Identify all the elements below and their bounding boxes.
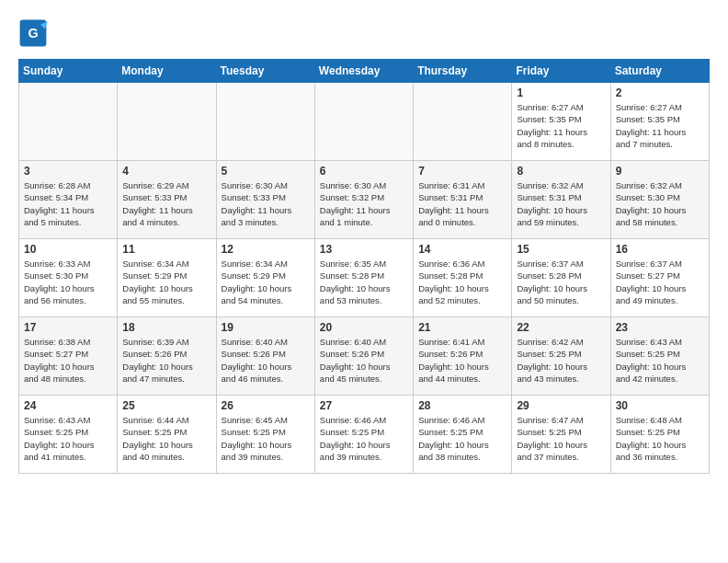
- day-info: Sunrise: 6:36 AM Sunset: 5:28 PM Dayligh…: [418, 258, 506, 306]
- weekday-header-thursday: Thursday: [414, 60, 512, 83]
- day-number: 23: [616, 321, 704, 334]
- weekday-header-sunday: Sunday: [19, 60, 118, 83]
- day-info: Sunrise: 6:39 AM Sunset: 5:26 PM Dayligh…: [122, 336, 210, 385]
- day-cell: 4Sunrise: 6:29 AM Sunset: 5:33 PM Daylig…: [118, 161, 216, 239]
- day-number: 6: [320, 165, 408, 178]
- day-number: 26: [222, 399, 310, 412]
- svg-text:G: G: [28, 26, 38, 40]
- day-info: Sunrise: 6:31 AM Sunset: 5:31 PM Dayligh…: [418, 179, 506, 228]
- day-number: 28: [418, 399, 506, 412]
- day-cell: 24Sunrise: 6:43 AM Sunset: 5:25 PM Dayli…: [19, 396, 118, 474]
- day-number: 30: [616, 399, 704, 412]
- day-info: Sunrise: 6:34 AM Sunset: 5:29 PM Dayligh…: [222, 258, 310, 306]
- day-number: 20: [320, 321, 408, 334]
- day-cell: 16Sunrise: 6:37 AM Sunset: 5:27 PM Dayli…: [610, 239, 709, 317]
- day-cell: 30Sunrise: 6:48 AM Sunset: 5:25 PM Dayli…: [610, 396, 709, 474]
- day-number: 11: [122, 243, 210, 256]
- day-cell: 15Sunrise: 6:37 AM Sunset: 5:28 PM Dayli…: [512, 239, 610, 317]
- day-cell: 11Sunrise: 6:34 AM Sunset: 5:29 PM Dayli…: [118, 239, 216, 317]
- day-info: Sunrise: 6:27 AM Sunset: 5:35 PM Dayligh…: [517, 101, 605, 150]
- day-cell: 9Sunrise: 6:32 AM Sunset: 5:30 PM Daylig…: [610, 161, 709, 239]
- day-cell: 27Sunrise: 6:46 AM Sunset: 5:25 PM Dayli…: [314, 396, 413, 474]
- day-info: Sunrise: 6:30 AM Sunset: 5:32 PM Dayligh…: [320, 179, 408, 228]
- day-number: 25: [122, 399, 210, 412]
- day-number: 8: [517, 165, 605, 178]
- day-number: 21: [418, 321, 506, 334]
- day-cell: [216, 83, 314, 161]
- logo: G: [18, 18, 51, 48]
- week-row-2: 3Sunrise: 6:28 AM Sunset: 5:34 PM Daylig…: [19, 161, 710, 239]
- day-cell: 29Sunrise: 6:47 AM Sunset: 5:25 PM Dayli…: [512, 396, 610, 474]
- day-info: Sunrise: 6:41 AM Sunset: 5:26 PM Dayligh…: [418, 336, 506, 385]
- day-info: Sunrise: 6:37 AM Sunset: 5:27 PM Dayligh…: [616, 258, 704, 306]
- day-number: 14: [418, 243, 506, 256]
- day-cell: 3Sunrise: 6:28 AM Sunset: 5:34 PM Daylig…: [19, 161, 118, 239]
- day-number: 4: [122, 165, 210, 178]
- week-row-5: 24Sunrise: 6:43 AM Sunset: 5:25 PM Dayli…: [19, 396, 710, 474]
- day-info: Sunrise: 6:43 AM Sunset: 5:25 PM Dayligh…: [24, 414, 112, 463]
- day-cell: 13Sunrise: 6:35 AM Sunset: 5:28 PM Dayli…: [314, 239, 413, 317]
- day-info: Sunrise: 6:46 AM Sunset: 5:25 PM Dayligh…: [320, 414, 408, 463]
- day-cell: 2Sunrise: 6:27 AM Sunset: 5:35 PM Daylig…: [610, 83, 709, 161]
- day-number: 19: [222, 321, 310, 334]
- week-row-3: 10Sunrise: 6:33 AM Sunset: 5:30 PM Dayli…: [19, 239, 710, 317]
- weekday-header-friday: Friday: [512, 60, 610, 83]
- header: G: [18, 18, 710, 48]
- day-info: Sunrise: 6:40 AM Sunset: 5:26 PM Dayligh…: [222, 336, 310, 385]
- day-cell: 10Sunrise: 6:33 AM Sunset: 5:30 PM Dayli…: [19, 239, 118, 317]
- day-cell: [314, 83, 413, 161]
- day-cell: 6Sunrise: 6:30 AM Sunset: 5:32 PM Daylig…: [314, 161, 413, 239]
- day-info: Sunrise: 6:37 AM Sunset: 5:28 PM Dayligh…: [517, 258, 605, 306]
- day-cell: 12Sunrise: 6:34 AM Sunset: 5:29 PM Dayli…: [216, 239, 314, 317]
- day-cell: [118, 83, 216, 161]
- day-cell: 21Sunrise: 6:41 AM Sunset: 5:26 PM Dayli…: [414, 317, 512, 396]
- logo-icon: G: [18, 18, 48, 48]
- weekday-header-monday: Monday: [118, 60, 216, 83]
- day-number: 5: [222, 165, 310, 178]
- day-info: Sunrise: 6:32 AM Sunset: 5:31 PM Dayligh…: [517, 179, 605, 228]
- day-number: 3: [24, 165, 112, 178]
- day-cell: [19, 83, 118, 161]
- day-cell: 19Sunrise: 6:40 AM Sunset: 5:26 PM Dayli…: [216, 317, 314, 396]
- day-cell: 20Sunrise: 6:40 AM Sunset: 5:26 PM Dayli…: [314, 317, 413, 396]
- day-number: 27: [320, 399, 408, 412]
- day-info: Sunrise: 6:34 AM Sunset: 5:29 PM Dayligh…: [122, 258, 210, 306]
- day-number: 29: [517, 399, 605, 412]
- day-info: Sunrise: 6:42 AM Sunset: 5:25 PM Dayligh…: [517, 336, 605, 385]
- day-info: Sunrise: 6:32 AM Sunset: 5:30 PM Dayligh…: [616, 179, 704, 228]
- day-number: 7: [418, 165, 506, 178]
- day-number: 18: [122, 321, 210, 334]
- calendar-table: SundayMondayTuesdayWednesdayThursdayFrid…: [18, 59, 710, 474]
- day-cell: 23Sunrise: 6:43 AM Sunset: 5:25 PM Dayli…: [610, 317, 709, 396]
- day-cell: 17Sunrise: 6:38 AM Sunset: 5:27 PM Dayli…: [19, 317, 118, 396]
- weekday-header-row: SundayMondayTuesdayWednesdayThursdayFrid…: [19, 60, 710, 83]
- day-number: 12: [222, 243, 310, 256]
- day-cell: 22Sunrise: 6:42 AM Sunset: 5:25 PM Dayli…: [512, 317, 610, 396]
- weekday-header-saturday: Saturday: [610, 60, 709, 83]
- day-info: Sunrise: 6:33 AM Sunset: 5:30 PM Dayligh…: [24, 258, 112, 306]
- day-cell: 28Sunrise: 6:46 AM Sunset: 5:25 PM Dayli…: [414, 396, 512, 474]
- day-info: Sunrise: 6:44 AM Sunset: 5:25 PM Dayligh…: [122, 414, 210, 463]
- day-number: 17: [24, 321, 112, 334]
- day-cell: 1Sunrise: 6:27 AM Sunset: 5:35 PM Daylig…: [512, 83, 610, 161]
- day-info: Sunrise: 6:47 AM Sunset: 5:25 PM Dayligh…: [517, 414, 605, 463]
- day-cell: [414, 83, 512, 161]
- week-row-4: 17Sunrise: 6:38 AM Sunset: 5:27 PM Dayli…: [19, 317, 710, 396]
- day-number: 1: [517, 86, 605, 99]
- weekday-header-wednesday: Wednesday: [314, 60, 413, 83]
- day-cell: 7Sunrise: 6:31 AM Sunset: 5:31 PM Daylig…: [414, 161, 512, 239]
- day-cell: 26Sunrise: 6:45 AM Sunset: 5:25 PM Dayli…: [216, 396, 314, 474]
- day-cell: 5Sunrise: 6:30 AM Sunset: 5:33 PM Daylig…: [216, 161, 314, 239]
- day-info: Sunrise: 6:48 AM Sunset: 5:25 PM Dayligh…: [616, 414, 704, 463]
- day-info: Sunrise: 6:45 AM Sunset: 5:25 PM Dayligh…: [222, 414, 310, 463]
- day-info: Sunrise: 6:29 AM Sunset: 5:33 PM Dayligh…: [122, 179, 210, 228]
- day-number: 9: [616, 165, 704, 178]
- page: G SundayMondayTuesdayWednesdayThursdayFr…: [0, 0, 728, 483]
- day-info: Sunrise: 6:28 AM Sunset: 5:34 PM Dayligh…: [24, 179, 112, 228]
- day-cell: 18Sunrise: 6:39 AM Sunset: 5:26 PM Dayli…: [118, 317, 216, 396]
- day-number: 2: [616, 86, 704, 99]
- day-info: Sunrise: 6:30 AM Sunset: 5:33 PM Dayligh…: [222, 179, 310, 228]
- day-info: Sunrise: 6:35 AM Sunset: 5:28 PM Dayligh…: [320, 258, 408, 306]
- day-info: Sunrise: 6:46 AM Sunset: 5:25 PM Dayligh…: [418, 414, 506, 463]
- day-info: Sunrise: 6:27 AM Sunset: 5:35 PM Dayligh…: [616, 101, 704, 150]
